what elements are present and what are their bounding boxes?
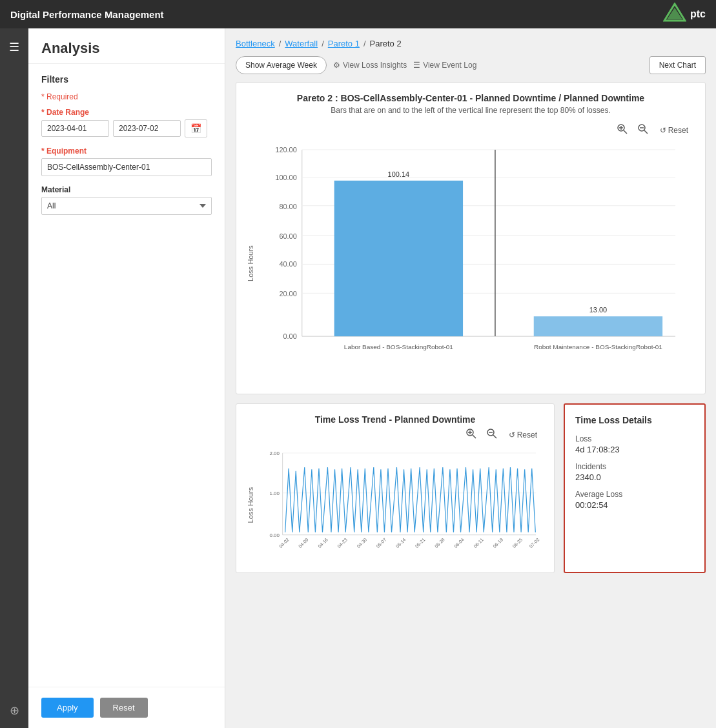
view-loss-insights-link[interactable]: ⚙ View Loss Insights: [333, 61, 407, 70]
breadcrumb-bottleneck[interactable]: Bottleneck: [236, 39, 275, 48]
ptc-logo-text: ptc: [690, 8, 706, 20]
pareto-y-axis-label: Loss Hours: [247, 143, 254, 383]
date-start-input[interactable]: [41, 120, 109, 137]
pareto-chart-inner: 120.00 100.00 80.00 60.00 40.00 20.00 0.…: [257, 143, 695, 383]
date-range-label: * Date Range: [41, 108, 212, 117]
loss-label: Loss: [575, 434, 694, 443]
loss-field: Loss 4d 17:08:23: [575, 434, 694, 454]
breadcrumb-pareto1[interactable]: Pareto 1: [328, 39, 360, 48]
pareto-chart-title: Pareto 2 : BOS-CellAssembly-Center-01 - …: [247, 93, 695, 103]
svg-text:100.14: 100.14: [388, 170, 410, 178]
svg-text:07-02: 07-02: [529, 537, 541, 549]
svg-text:04-30: 04-30: [356, 537, 368, 549]
bar-2[interactable]: [534, 316, 662, 336]
bulb-icon: ⚙: [333, 61, 340, 70]
trend-zoom-in-icon: [466, 429, 476, 439]
filters-section: Filters * Required * Date Range 📅 * Equi…: [28, 64, 225, 687]
svg-text:2.00: 2.00: [270, 450, 280, 456]
zoom-in-button[interactable]: [615, 123, 630, 138]
svg-text:05-21: 05-21: [414, 537, 427, 549]
sidebar-bottom-icon[interactable]: ⊕: [10, 703, 19, 718]
apply-button[interactable]: Apply: [41, 698, 94, 718]
view-event-log-link[interactable]: ☰ View Event Log: [413, 61, 476, 70]
details-title: Time Loss Details: [575, 415, 694, 425]
equipment-label: * Equipment: [41, 147, 212, 156]
app-title: Digital Performance Management: [10, 9, 164, 20]
hamburger-button[interactable]: ☰: [4, 35, 25, 59]
ptc-logo: ptc: [663, 3, 706, 26]
left-panel: Analysis Filters * Required * Date Range…: [28, 28, 225, 728]
svg-text:06-25: 06-25: [511, 537, 524, 549]
reset-icon: ↺: [660, 126, 666, 135]
avg-loss-value: 00:02:54: [575, 500, 694, 510]
incidents-value: 2340.0: [575, 472, 694, 482]
breadcrumb-pareto2: Pareto 2: [370, 39, 402, 48]
svg-text:05-07: 05-07: [376, 537, 388, 549]
pareto-chart-wrapper: Loss Hours 120.00 100.00 80.00: [247, 143, 695, 383]
trend-chart-controls: ↺ Reset: [247, 427, 544, 443]
svg-text:60.00: 60.00: [279, 232, 296, 240]
svg-text:06-11: 06-11: [473, 537, 485, 549]
svg-line-34: [493, 435, 496, 438]
pareto-chart-controls: ↺ Reset: [247, 123, 695, 138]
svg-line-3: [624, 130, 627, 134]
svg-line-30: [473, 435, 476, 438]
svg-text:05-14: 05-14: [395, 537, 407, 549]
svg-text:120.00: 120.00: [275, 146, 297, 154]
svg-text:04-16: 04-16: [317, 537, 329, 549]
loss-value: 4d 17:08:23: [575, 445, 694, 454]
breadcrumb-waterfall[interactable]: Waterfall: [285, 39, 318, 48]
svg-text:13.00: 13.00: [589, 306, 607, 314]
breadcrumb: Bottleneck / Waterfall / Pareto 1 / Pare…: [236, 39, 706, 48]
section-title: Analysis: [41, 40, 212, 57]
trend-chart-wrapper: Loss Hours 2.00 1.00 0.00: [247, 448, 544, 562]
svg-text:100.00: 100.00: [275, 174, 297, 181]
svg-text:0.00: 0.00: [270, 532, 280, 538]
trend-zoom-in-button[interactable]: [464, 427, 479, 443]
trend-zoom-out-button[interactable]: [484, 427, 500, 443]
trend-chart-title: Time Loss Trend - Planned Downtime: [247, 414, 544, 425]
material-select[interactable]: All: [41, 197, 212, 215]
toolbar: Show Average Week ⚙ View Loss Insights ☰…: [236, 56, 706, 74]
svg-text:06-18: 06-18: [492, 537, 504, 549]
calendar-button[interactable]: 📅: [185, 119, 207, 137]
material-label: Material: [41, 185, 212, 194]
trend-svg: 2.00 1.00 0.00 04-02 04-09 04-16 04-23: [257, 448, 544, 560]
sidebar-narrow: ☰ ⊕: [0, 28, 28, 728]
svg-text:0.00: 0.00: [283, 332, 296, 340]
ptc-logo-icon: [663, 3, 686, 26]
svg-text:1.00: 1.00: [270, 490, 280, 496]
equipment-input[interactable]: [41, 158, 212, 176]
next-chart-button[interactable]: Next Chart: [650, 56, 706, 74]
svg-text:Labor Based - BOS-StackingRobo: Labor Based - BOS-StackingRobot-01: [344, 343, 453, 350]
required-label: * Required: [41, 92, 212, 101]
trend-reset-icon: ↺: [509, 430, 515, 440]
svg-text:20.00: 20.00: [279, 290, 296, 298]
svg-text:06-04: 06-04: [453, 537, 465, 549]
incidents-field: Incidents 2340.0: [575, 462, 694, 482]
trend-chart-card: Time Loss Trend - Planned Downtime ↺ Res…: [236, 403, 555, 573]
pareto-chart-subtitle: Bars that are on and to the left of the …: [247, 106, 695, 115]
trend-chart-inner: 2.00 1.00 0.00 04-02 04-09 04-16 04-23: [257, 448, 544, 562]
pareto-reset-button[interactable]: ↺ Reset: [656, 125, 692, 136]
pareto-svg: 120.00 100.00 80.00 60.00 40.00 20.00 0.…: [257, 143, 695, 381]
incidents-label: Incidents: [575, 462, 694, 471]
svg-text:05-28: 05-28: [434, 537, 446, 549]
left-panel-footer: Apply Reset: [28, 687, 225, 728]
zoom-out-icon: [638, 124, 648, 134]
bar-1[interactable]: [334, 181, 463, 336]
date-end-input[interactable]: [113, 120, 181, 137]
list-icon: ☰: [413, 61, 420, 70]
zoom-in-icon: [617, 124, 628, 134]
svg-text:04-02: 04-02: [278, 537, 291, 549]
main-content: Bottleneck / Waterfall / Pareto 1 / Pare…: [225, 28, 716, 728]
trend-reset-button[interactable]: ↺ Reset: [505, 429, 541, 441]
zoom-out-button[interactable]: [635, 123, 651, 138]
show-average-week-button[interactable]: Show Average Week: [236, 56, 327, 74]
svg-text:80.00: 80.00: [279, 203, 296, 210]
time-loss-details-card: Time Loss Details Loss 4d 17:08:23 Incid…: [564, 403, 706, 573]
trend-y-axis-label: Loss Hours: [247, 448, 254, 562]
reset-button[interactable]: Reset: [100, 698, 148, 718]
filters-title: Filters: [41, 74, 212, 85]
svg-text:40.00: 40.00: [279, 260, 296, 268]
